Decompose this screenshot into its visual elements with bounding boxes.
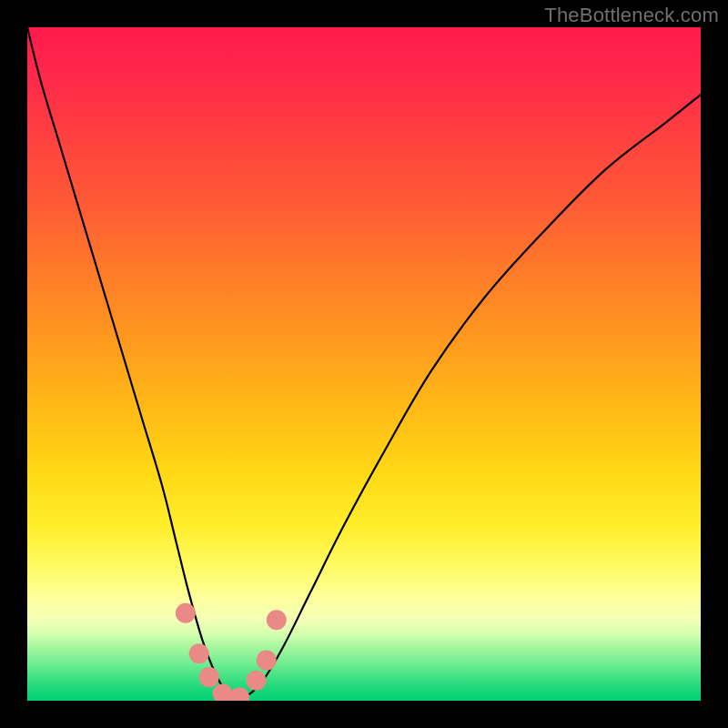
data-marker	[257, 651, 277, 671]
plot-area	[27, 27, 701, 701]
data-marker	[199, 667, 219, 687]
curve-line	[27, 27, 701, 701]
data-marker	[229, 687, 249, 701]
data-marker	[247, 671, 267, 691]
watermark-text: TheBottleneck.com	[544, 4, 719, 27]
data-marker	[267, 610, 287, 630]
data-marker	[176, 603, 196, 623]
chart-svg	[27, 27, 701, 701]
data-marker	[189, 643, 209, 663]
chart-frame: TheBottleneck.com	[0, 0, 728, 728]
